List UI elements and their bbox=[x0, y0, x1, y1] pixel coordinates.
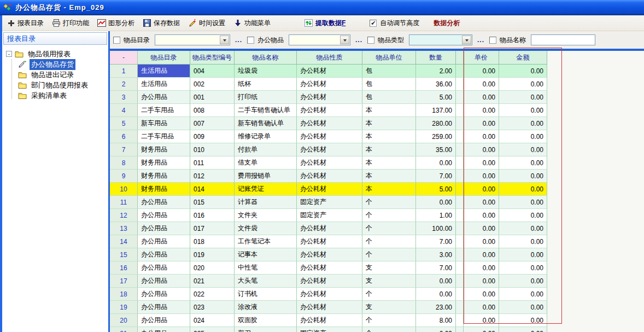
row-number-cell[interactable]: 2 bbox=[110, 78, 138, 91]
cell-price[interactable]: 0.00 bbox=[464, 143, 499, 156]
cell-nature[interactable]: 办公耗材 bbox=[297, 301, 362, 314]
row-number-cell[interactable]: 4 bbox=[110, 104, 138, 117]
cell-price[interactable]: 0.00 bbox=[464, 327, 499, 332]
cell-qty[interactable]: 1.00 bbox=[416, 209, 456, 222]
cell-category[interactable]: 二手车用品 bbox=[138, 130, 190, 143]
cell-price[interactable]: 0.00 bbox=[464, 91, 499, 104]
cell-type_code[interactable]: 008 bbox=[190, 104, 235, 117]
row-number-cell[interactable]: 1 bbox=[110, 65, 138, 78]
cell-type_code[interactable]: 014 bbox=[190, 183, 235, 196]
cell-qty[interactable]: 280.00 bbox=[416, 117, 456, 130]
cell-name[interactable]: 维修记录单 bbox=[235, 130, 297, 143]
cell-amount[interactable]: 0.00 bbox=[499, 143, 547, 156]
cell-name[interactable]: 计算器 bbox=[235, 196, 297, 209]
cell-price[interactable]: 0.00 bbox=[464, 183, 499, 196]
cell-qty[interactable]: 259.00 bbox=[416, 130, 456, 143]
cell-category[interactable]: 办公用品 bbox=[138, 327, 190, 332]
autofit-height-toggle[interactable]: ✔ 自动调节高度 bbox=[370, 19, 419, 28]
cell-type_code[interactable]: 015 bbox=[190, 196, 235, 209]
filter-combobox[interactable] bbox=[289, 34, 350, 45]
cell-name[interactable]: 中性笔 bbox=[235, 261, 297, 275]
cell-unit[interactable]: 个 bbox=[362, 209, 416, 222]
cell-qty[interactable]: 7.00 bbox=[416, 261, 456, 275]
cell-nature[interactable]: 办公耗材 bbox=[297, 248, 362, 261]
row-number-cell[interactable]: 3 bbox=[110, 91, 138, 104]
cell-price[interactable]: 0.00 bbox=[464, 78, 499, 91]
cell-amount[interactable]: 0.00 bbox=[499, 183, 547, 196]
filter-combobox[interactable] bbox=[409, 34, 472, 45]
cell-type_code[interactable]: 018 bbox=[190, 235, 235, 248]
cell-amount[interactable]: 0.00 bbox=[499, 288, 547, 301]
cell-name[interactable]: 剪刀 bbox=[235, 327, 297, 332]
cell-unit[interactable]: 支 bbox=[362, 301, 416, 314]
cell-category[interactable]: 生活用品 bbox=[138, 78, 190, 91]
toolbar-button[interactable]: 时间设置 bbox=[188, 19, 225, 28]
more-options-button[interactable]: ... bbox=[355, 36, 362, 44]
more-options-button[interactable]: ... bbox=[477, 36, 484, 44]
cell-price[interactable]: 0.00 bbox=[464, 275, 499, 288]
tree-item[interactable]: 采购清单表 bbox=[3, 90, 107, 101]
more-options-button[interactable]: ... bbox=[235, 36, 242, 44]
cell-amount[interactable]: 0.00 bbox=[499, 196, 547, 209]
cell-nature[interactable]: 办公耗材 bbox=[297, 65, 362, 78]
cell-qty[interactable]: 7.00 bbox=[416, 170, 456, 183]
cell-type_code[interactable]: 023 bbox=[190, 301, 235, 314]
row-number-cell[interactable]: 15 bbox=[110, 248, 138, 261]
cell-unit[interactable]: 本 bbox=[362, 183, 416, 196]
cell-name[interactable]: 付款单 bbox=[235, 143, 297, 156]
cell-unit[interactable]: 个 bbox=[362, 222, 416, 235]
cell-category[interactable]: 财务用品 bbox=[138, 170, 190, 183]
cell-category[interactable]: 办公用品 bbox=[138, 275, 190, 288]
cell-amount[interactable]: 0.00 bbox=[499, 117, 547, 130]
cell-unit[interactable]: 包 bbox=[362, 78, 416, 91]
cell-qty[interactable]: 137.00 bbox=[416, 104, 456, 117]
cell-price[interactable]: 0.00 bbox=[464, 117, 499, 130]
cell-qty[interactable]: 0.00 bbox=[416, 327, 456, 332]
cell-price[interactable]: 0.00 bbox=[464, 104, 499, 117]
cell-price[interactable]: 0.00 bbox=[464, 170, 499, 183]
cell-unit[interactable]: 个 bbox=[362, 288, 416, 301]
cell-name[interactable]: 工作笔记本 bbox=[235, 235, 297, 248]
cell-nature[interactable]: 固定资产 bbox=[297, 327, 362, 332]
cell-amount[interactable]: 0.00 bbox=[499, 91, 547, 104]
filter-checkbox[interactable] bbox=[247, 37, 254, 44]
cell-qty[interactable]: 5.00 bbox=[416, 91, 456, 104]
row-number-cell[interactable]: 7 bbox=[110, 143, 138, 156]
cell-nature[interactable]: 办公耗材 bbox=[297, 314, 362, 327]
cell-nature[interactable]: 办公耗材 bbox=[297, 104, 362, 117]
cell-type_code[interactable]: 020 bbox=[190, 261, 235, 275]
cell-price[interactable]: 0.00 bbox=[464, 314, 499, 327]
cell-category[interactable]: 新车用品 bbox=[138, 117, 190, 130]
cell-type_code[interactable]: 004 bbox=[190, 65, 235, 78]
tree-expander[interactable]: - bbox=[6, 51, 12, 57]
cell-nature[interactable]: 办公耗材 bbox=[297, 170, 362, 183]
cell-name[interactable]: 二手车销售确认单 bbox=[235, 104, 297, 117]
cell-unit[interactable]: 个 bbox=[362, 248, 416, 261]
row-number-cell[interactable]: 20 bbox=[110, 314, 138, 327]
cell-name[interactable]: 文件袋 bbox=[235, 222, 297, 235]
cell-type_code[interactable]: 001 bbox=[190, 91, 235, 104]
cell-amount[interactable]: 0.00 bbox=[499, 209, 547, 222]
row-number-cell[interactable]: 17 bbox=[110, 275, 138, 288]
cell-qty[interactable]: 35.00 bbox=[416, 143, 456, 156]
cell-name[interactable]: 记事本 bbox=[235, 248, 297, 261]
cell-name[interactable]: 借支单 bbox=[235, 156, 297, 170]
cell-amount[interactable]: 0.00 bbox=[499, 78, 547, 91]
toolbar-button[interactable]: 图形分析 bbox=[97, 19, 134, 28]
row-number-cell[interactable]: 16 bbox=[110, 261, 138, 275]
cell-category[interactable]: 财务用品 bbox=[138, 183, 190, 196]
toolbar-button[interactable]: 保存数据 bbox=[143, 19, 180, 28]
cell-name[interactable]: 双面胶 bbox=[235, 314, 297, 327]
cell-name[interactable]: 文件夹 bbox=[235, 209, 297, 222]
filter-checkbox[interactable] bbox=[113, 37, 120, 44]
cell-type_code[interactable]: 002 bbox=[190, 78, 235, 91]
cell-unit[interactable]: 支 bbox=[362, 275, 416, 288]
cell-name[interactable]: 涂改液 bbox=[235, 301, 297, 314]
cell-type_code[interactable]: 025 bbox=[190, 327, 235, 332]
tree-item[interactable]: 部门物品使用报表 bbox=[3, 80, 107, 90]
cell-type_code[interactable]: 007 bbox=[190, 117, 235, 130]
combobox-dropdown-button[interactable] bbox=[462, 36, 471, 44]
cell-name[interactable]: 记账凭证 bbox=[235, 183, 297, 196]
cell-amount[interactable]: 0.00 bbox=[499, 235, 547, 248]
cell-qty[interactable]: 23.00 bbox=[416, 301, 456, 314]
